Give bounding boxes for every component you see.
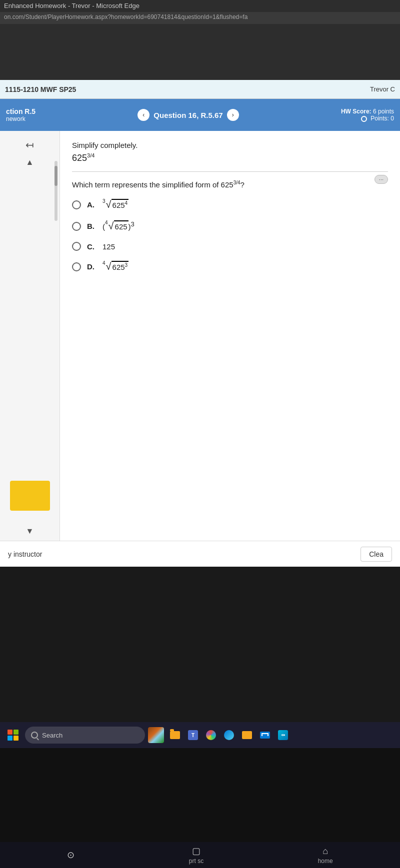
taskbar-teams-icon[interactable]: T <box>185 727 201 743</box>
windows-taskbar: Search T <box>0 722 400 748</box>
taskbar-profile-image[interactable] <box>148 727 164 743</box>
option-d-label: D. <box>87 262 94 271</box>
scrollbar-thumb <box>54 166 58 186</box>
start-button[interactable] <box>4 726 22 744</box>
edge-browser-icon <box>224 730 234 740</box>
option-d-radio[interactable] <box>72 262 81 271</box>
desktop-top: Enhanced Homework - Trevor - Microsoft E… <box>0 0 400 80</box>
teams-icon: T <box>188 730 198 740</box>
taskbar-search[interactable]: Search <box>25 727 145 744</box>
browser-content: 1115-1210 MWF SP25 Trevor C ction R.5 ne… <box>0 80 400 567</box>
search-icon-circle <box>31 732 38 739</box>
back-button[interactable]: ↤ <box>22 136 37 154</box>
scrollbar[interactable] <box>54 161 58 221</box>
option-a-label: A. <box>87 200 94 209</box>
app-nav-bar: 1115-1210 MWF SP25 Trevor C <box>0 80 400 99</box>
option-a-math: 3√6254 <box>102 199 128 210</box>
sidebar: ↤ ▲ ▼ <box>0 131 60 541</box>
system-bottom-bar: ⊙ ▢ prt sc ⌂ home <box>0 842 400 868</box>
points-circle-icon <box>361 116 367 122</box>
answer-options: A. 3√6254 B. (4√625)3 C. <box>72 199 388 272</box>
screen-button[interactable]: ▢ prt sc <box>189 846 204 865</box>
question-navigation: ‹ Question 16, R.5.67 › <box>138 109 238 121</box>
sidebar-highlight <box>10 481 50 511</box>
option-a-radio[interactable] <box>72 200 81 209</box>
divider-area: ··· <box>72 171 388 172</box>
section-info: ction R.5 nework <box>6 107 36 122</box>
next-question-button[interactable]: › <box>227 109 239 121</box>
section-header: ction R.5 nework ‹ Question 16, R.5.67 ›… <box>0 99 400 131</box>
taskbar-folder-icon[interactable] <box>239 727 255 743</box>
option-b[interactable]: B. (4√625)3 <box>72 220 388 232</box>
taskbar-file-manager-icon[interactable] <box>167 727 183 743</box>
file-folder-icon <box>170 731 180 739</box>
mail-icon <box>260 732 270 739</box>
taskbar-edge-icon[interactable] <box>221 727 237 743</box>
points-row: Points: 0 <box>341 115 394 122</box>
option-a-index: 3 <box>102 198 106 204</box>
hw-score-value: 6 <box>373 108 376 115</box>
prtsc-label: prt sc <box>189 858 204 865</box>
url-text: on.com/Student/PlayerHomework.aspx?homew… <box>4 13 248 20</box>
section-name: ction R.5 <box>6 107 36 115</box>
course-label: 1115-1210 MWF SP25 <box>5 85 76 93</box>
math-expression: 6253/4 <box>72 152 388 163</box>
win-logo-blue <box>8 736 12 741</box>
taskbar-store-icon[interactable]: ⚰ <box>275 727 291 743</box>
home-label: home <box>318 858 333 865</box>
color-wheel-icon <box>206 730 216 740</box>
option-a[interactable]: A. 3√6254 <box>72 199 388 210</box>
browser-title-bar: Enhanced Homework - Trevor - Microsoft E… <box>0 0 400 12</box>
main-content: ↤ ▲ ▼ Simplify completely. 6253/4 ··· <box>0 131 400 541</box>
profile-thumbnail <box>148 727 164 743</box>
windows-logo-icon <box>8 730 18 741</box>
option-d-index: 4 <box>102 260 106 266</box>
scroll-up-button[interactable]: ▲ <box>26 158 34 167</box>
scroll-down-button[interactable]: ▼ <box>26 527 34 536</box>
back-sys-button[interactable]: ⊙ <box>67 850 74 861</box>
taskbar-color-icon[interactable] <box>203 727 219 743</box>
expression-exponent: 3/4 <box>87 152 94 158</box>
hw-score-title: HW Score: <box>341 108 372 115</box>
section-sub: nework <box>6 115 36 122</box>
points-text: points <box>378 108 394 115</box>
option-d[interactable]: D. 4√6253 <box>72 261 388 272</box>
instructor-link[interactable]: y instructor <box>8 550 42 558</box>
problem-instruction: Simplify completely. <box>72 141 388 149</box>
home-icon: ⌂ <box>322 846 328 857</box>
option-b-index: 4 <box>105 220 108 225</box>
option-b-outer-exp: 3 <box>131 220 134 228</box>
option-c-label: C. <box>87 242 94 251</box>
win-logo-yellow <box>14 736 18 741</box>
collapse-button[interactable]: ··· <box>374 175 388 184</box>
points-label-text: Points: <box>370 115 389 122</box>
option-d-radicand-exp: 3 <box>125 262 128 268</box>
option-b-radicand: 625 <box>114 220 128 232</box>
browser-address-bar[interactable]: on.com/Student/PlayerHomework.aspx?homew… <box>0 12 400 24</box>
search-icon <box>31 732 38 739</box>
content-area: Simplify completely. 6253/4 ··· Which te… <box>60 131 400 541</box>
option-c-radio[interactable] <box>72 242 81 251</box>
taskbar-mail-icon[interactable] <box>257 727 273 743</box>
question-text-start: Which term represents the simplified for… <box>72 180 234 189</box>
clear-button[interactable]: Clea <box>360 547 392 562</box>
hw-score-label: HW Score: 6 points <box>341 108 394 115</box>
option-d-radical-sign: √ <box>106 261 112 272</box>
option-a-radicand: 6254 <box>112 199 129 210</box>
option-a-radical-sign: √ <box>106 199 112 210</box>
back-sys-icon: ⊙ <box>67 850 74 861</box>
option-c[interactable]: C. 125 <box>72 242 388 251</box>
home-button[interactable]: ⌂ home <box>318 846 333 865</box>
search-placeholder: Search <box>42 732 62 739</box>
browser-title: Enhanced Homework - Trevor - Microsoft E… <box>4 2 140 9</box>
taskbar-icons-group: T ⚰ <box>167 727 291 743</box>
question-exp: 3/4 <box>234 180 240 185</box>
option-b-radio[interactable] <box>72 222 81 231</box>
score-area: HW Score: 6 points Points: 0 <box>341 108 394 122</box>
prev-question-button[interactable]: ‹ <box>138 109 150 121</box>
bottom-action-bar: y instructor Clea <box>0 541 400 567</box>
user-label: Trevor C <box>370 85 395 93</box>
option-a-radicand-exp: 4 <box>125 200 128 206</box>
win-logo-green <box>14 730 18 735</box>
screen-icon: ▢ <box>192 846 200 857</box>
